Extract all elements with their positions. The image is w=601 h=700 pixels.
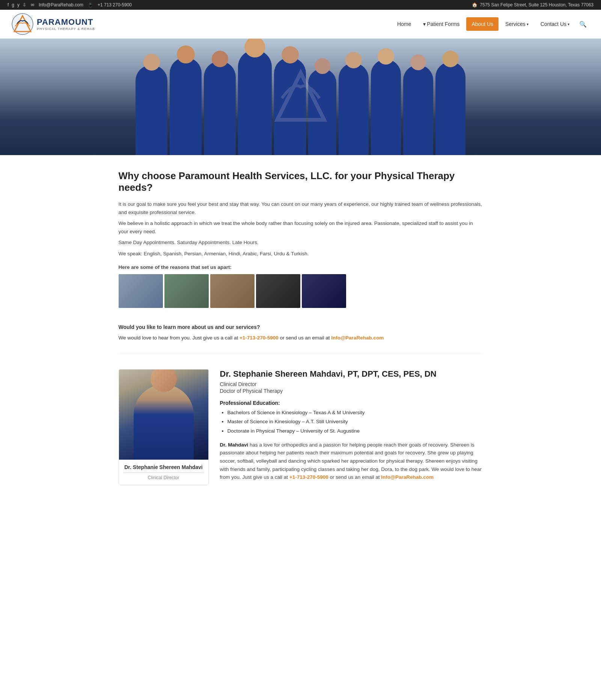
edu-item-1: Bachelors of Science in Kinesiology – Te… — [227, 409, 483, 416]
main-content: Why choose Paramount Health Services, LL… — [111, 155, 490, 500]
doctor-name-inline: Dr. Mahdavi — [220, 442, 249, 448]
nav-patient-forms-label: ▾ — [423, 21, 426, 27]
nav-about-us[interactable]: About Us — [466, 17, 499, 31]
gallery-thumb-3[interactable] — [210, 274, 255, 308]
services-chevron: ▾ — [527, 22, 529, 26]
header: PARAMOUNT PHYSICAL THERAPY & REHAB Home … — [0, 10, 601, 39]
hero-person-7 — [339, 63, 369, 155]
bio-email-link[interactable]: Info@ParaRehab.com — [381, 474, 434, 480]
download-icon[interactable]: ⇩ — [23, 2, 26, 8]
hero-section — [0, 39, 601, 155]
edu-item-2: Master of Science in Kinesiology – A.T. … — [227, 418, 483, 425]
doctor-card: Dr. Stephanie Shereen Mahdavi Clinical D… — [119, 369, 209, 485]
doctor-name-card: Dr. Stephanie Shereen Mahdavi — [124, 464, 204, 470]
why-para3: Same Day Appointments. Saturday Appointm… — [119, 238, 483, 247]
email-icon: ✉ — [31, 3, 34, 8]
hero-person-1 — [136, 65, 167, 155]
edu-item-3: Doctorate in Physical Therapy – Universi… — [227, 427, 483, 435]
doctor-bio-text: Dr. Mahdavi has a love for orthopedics a… — [220, 441, 483, 481]
logo-svg — [11, 13, 34, 35]
doctor-section: Dr. Stephanie Shereen Mahdavi Clinical D… — [119, 369, 483, 485]
why-para4: We speak: English, Spanish, Persian, Arm… — [119, 250, 483, 258]
main-nav: Home ▾ Patient Forms About Us Services ▾… — [392, 17, 590, 31]
why-para2: We believe in a holistic approach in whi… — [119, 219, 483, 235]
logo-text: PARAMOUNT PHYSICAL THERAPY & REHAB — [37, 17, 95, 31]
doctor-silhouette — [134, 385, 194, 460]
hero-person-3 — [204, 61, 236, 155]
education-list: Bachelors of Science in Kinesiology – Te… — [220, 409, 483, 435]
hero-person-2 — [170, 57, 202, 155]
logo-title: PARAMOUNT — [37, 17, 95, 27]
yelp-icon[interactable]: y — [17, 2, 20, 8]
google-icon[interactable]: g — [12, 2, 14, 8]
phone-icon: 📱 — [88, 3, 93, 8]
contact-text: We would love to hear from you. Just giv… — [119, 334, 483, 342]
hero-person-9 — [403, 65, 433, 155]
top-bar-right: 🏠 7575 San Felipe Street, Suite 125 Hous… — [472, 2, 593, 8]
address-icon: 🏠 — [472, 2, 477, 8]
why-para1: It is our goal to make sure you feel you… — [119, 200, 483, 216]
top-bar: f g y ⇩ ✉ Info@ParaRehab.com 📱 +1 713 27… — [0, 0, 601, 10]
doctor-name: Dr. Stephanie Shereen Mahdavi, PT, DPT, … — [220, 369, 483, 379]
logo-subtitle: PHYSICAL THERAPY & REHAB — [37, 27, 95, 31]
hero-person-8 — [371, 59, 401, 155]
doctor-photo-bg — [119, 370, 208, 460]
hero-logo-bg — [273, 68, 329, 126]
hero-bg — [0, 39, 601, 155]
contact-phone-link[interactable]: +1-713-270-5900 — [239, 335, 279, 341]
nav-patient-forms[interactable]: ▾ Patient Forms — [418, 17, 465, 31]
edu-heading: Professional Education: — [220, 400, 483, 406]
doctor-role: Clinical Director — [220, 381, 483, 387]
doctor-title-card: Clinical Director — [124, 472, 204, 480]
contact-heading: Would you like to learn more about us an… — [119, 324, 260, 330]
gallery-thumb-2[interactable] — [164, 274, 209, 308]
address-text: 7575 San Felipe Street, Suite 125 Housto… — [480, 2, 593, 8]
gallery-thumb-1[interactable] — [119, 274, 163, 308]
contact-chevron: ▾ — [568, 22, 569, 26]
hero-person-10 — [435, 62, 465, 155]
gallery-thumb-5[interactable] — [302, 274, 346, 308]
doctor-card-info: Dr. Stephanie Shereen Mahdavi Clinical D… — [119, 460, 208, 485]
social-icons: f g y ⇩ — [8, 2, 26, 8]
nav-home[interactable]: Home — [392, 17, 416, 31]
gallery-label: Here are some of the reasons that set us… — [119, 263, 483, 272]
logo-area: PARAMOUNT PHYSICAL THERAPY & REHAB — [11, 13, 95, 35]
top-bar-left: f g y ⇩ ✉ Info@ParaRehab.com 📱 +1 713 27… — [8, 2, 132, 8]
facebook-icon[interactable]: f — [8, 2, 9, 8]
why-section: Why choose Paramount Health Services, LL… — [119, 170, 483, 308]
section-divider — [119, 354, 483, 354]
doctor-photo — [119, 370, 208, 460]
contact-cta: Would you like to learn more about us an… — [119, 323, 483, 342]
email-link[interactable]: Info@ParaRehab.com — [39, 2, 83, 8]
nav-contact-us[interactable]: Contact Us ▾ — [535, 17, 575, 31]
contact-email-link[interactable]: Info@ParaRehab.com — [331, 335, 384, 341]
doctor-degree: Doctor of Physical Therapy — [220, 388, 483, 394]
nav-services[interactable]: Services ▾ — [500, 17, 534, 31]
doctor-bio: Dr. Stephanie Shereen Mahdavi, PT, DPT, … — [220, 369, 483, 481]
gallery — [119, 274, 483, 308]
phone-link[interactable]: +1 713 270-5900 — [98, 2, 132, 8]
hero-person-center — [238, 50, 272, 155]
gallery-thumb-4[interactable] — [256, 274, 300, 308]
bio-phone-link[interactable]: +1-713-270-5900 — [289, 474, 328, 480]
search-icon[interactable]: 🔍 — [576, 18, 590, 31]
why-heading: Why choose Paramount Health Services, LL… — [119, 170, 483, 193]
doctor-head — [151, 369, 177, 392]
bio-text-2: or send us an email at — [330, 474, 381, 480]
